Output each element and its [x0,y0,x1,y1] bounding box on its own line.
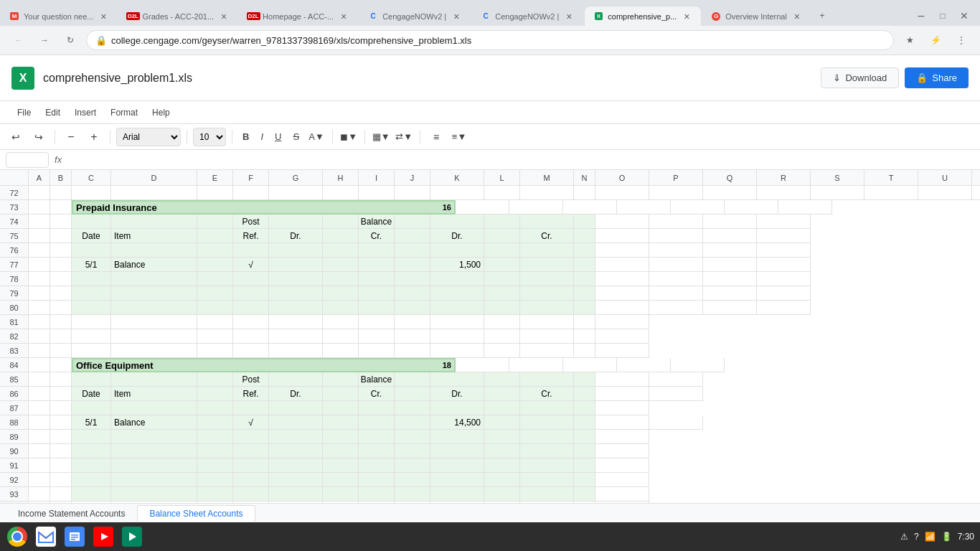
cell-79-O[interactable] [595,286,649,301]
tab-overview-close[interactable]: × [791,11,803,22]
cell-88-P[interactable] [649,415,703,430]
cell-77-F[interactable]: √ [233,258,269,272]
cell-85-H[interactable] [323,372,359,387]
cell-80-Q[interactable] [703,301,757,315]
cell-83-B[interactable] [50,344,72,358]
cell-79-N[interactable] [574,286,595,301]
cell-87-M[interactable] [520,401,574,415]
cell-72-S[interactable] [811,186,864,200]
cell-73-O[interactable] [456,200,509,215]
col-header-M[interactable]: M [520,170,574,186]
cell-77-P[interactable] [649,258,703,272]
col-header-C[interactable]: C [72,170,111,186]
cell-93-F[interactable] [233,487,269,501]
cell-76-A[interactable] [29,243,50,258]
cell-86-H[interactable] [323,387,359,401]
cell-75-H[interactable] [323,229,359,243]
col-header-F[interactable]: F [233,170,269,186]
cell-90-E[interactable] [197,444,233,458]
cell-94-M[interactable] [520,501,574,503]
cell-73-B[interactable] [50,200,72,215]
cell-72-R[interactable] [757,186,811,200]
cell-80-N[interactable] [574,301,595,315]
cell-77-Q[interactable] [703,258,757,272]
cell-83-F[interactable] [233,344,269,358]
cell-78-A[interactable] [29,272,50,286]
cell-91-J[interactable] [395,458,430,473]
cell-74-C[interactable] [72,215,111,229]
col-header-K[interactable]: K [430,170,484,186]
cell-94-J[interactable] [395,501,430,503]
cell-90-B[interactable] [50,444,72,458]
cell-77-M[interactable] [520,258,574,272]
cell-82-O[interactable] [595,329,649,344]
cell-89-J[interactable] [395,430,430,444]
cell-93-E[interactable] [197,487,233,501]
formula-input[interactable] [67,152,974,168]
tab-gmail-close[interactable]: × [98,11,109,22]
tab-gmail[interactable]: M Your question nee... × [0,6,118,26]
cell-93-D[interactable] [111,487,197,501]
cell-93-A[interactable] [29,487,50,501]
cell-82-A[interactable] [29,329,50,344]
strikethrough-button[interactable]: S [288,128,303,146]
cell-79-F[interactable] [233,286,269,301]
cell-75-I[interactable]: Cr. [359,229,395,243]
cell-94-N[interactable] [574,501,595,503]
merge-button[interactable]: ⇄▼ [394,127,414,147]
cell-89-F[interactable] [233,430,269,444]
cell-79-A[interactable] [29,286,50,301]
cell-94-G[interactable] [269,501,323,503]
cell-86-I[interactable]: Cr. [359,387,395,401]
tab-comprehensive[interactable]: X comprehensive_p... × [584,6,702,26]
cell-77-K[interactable]: 1,500 [430,258,484,272]
cell-78-D[interactable] [111,272,197,286]
new-tab-button[interactable]: + [812,6,832,26]
cell-84-Q[interactable] [563,358,617,372]
cell-77-A[interactable] [29,258,50,272]
cell-77-J[interactable] [395,258,430,272]
cell-81-F[interactable] [233,315,269,329]
cell-81-N[interactable] [574,315,595,329]
cell-86-B[interactable] [50,387,72,401]
cell-90-F[interactable] [233,444,269,458]
cell-85-I[interactable]: Balance [359,372,395,387]
cell-92-K[interactable] [430,473,484,487]
cell-80-B[interactable] [50,301,72,315]
cell-92-O[interactable] [595,473,649,487]
cell-92-F[interactable] [233,473,269,487]
menu-help[interactable]: Help [146,105,176,121]
cell-75-G[interactable]: Dr. [269,229,323,243]
cell-90-M[interactable] [520,444,574,458]
cell-92-G[interactable] [269,473,323,487]
cell-90-I[interactable] [359,444,395,458]
cell-88-I[interactable] [359,415,395,430]
cell-88-E[interactable] [197,415,233,430]
cell-82-J[interactable] [395,329,430,344]
cell-80-O[interactable] [595,301,649,315]
cell-91-F[interactable] [233,458,269,473]
cell-76-F[interactable] [233,243,269,258]
cell-87-D[interactable] [111,401,197,415]
cell-81-J[interactable] [395,315,430,329]
cell-89-H[interactable] [323,430,359,444]
cell-76-L[interactable] [484,243,520,258]
cell-94-D[interactable] [111,501,197,503]
cell-90-C[interactable] [72,444,111,458]
cell-75-F[interactable]: Ref. [233,229,269,243]
cell-89-E[interactable] [197,430,233,444]
cell-79-H[interactable] [323,286,359,301]
cell-78-G[interactable] [269,272,323,286]
cell-79-P[interactable] [649,286,703,301]
cell-87-F[interactable] [233,401,269,415]
cell-86-C[interactable]: Date [72,387,111,401]
cell-76-N[interactable] [574,243,595,258]
cell-82-E[interactable] [197,329,233,344]
tab-homepage1-close[interactable]: × [338,11,349,22]
cell-72-C[interactable] [72,186,111,200]
cell-81-D[interactable] [111,315,197,329]
cell-73-prepaid-title[interactable]: Prepaid Insurance 16 [72,200,456,215]
cell-72-N[interactable] [574,186,595,200]
col-header-B[interactable]: B [50,170,72,186]
cell-80-A[interactable] [29,301,50,315]
